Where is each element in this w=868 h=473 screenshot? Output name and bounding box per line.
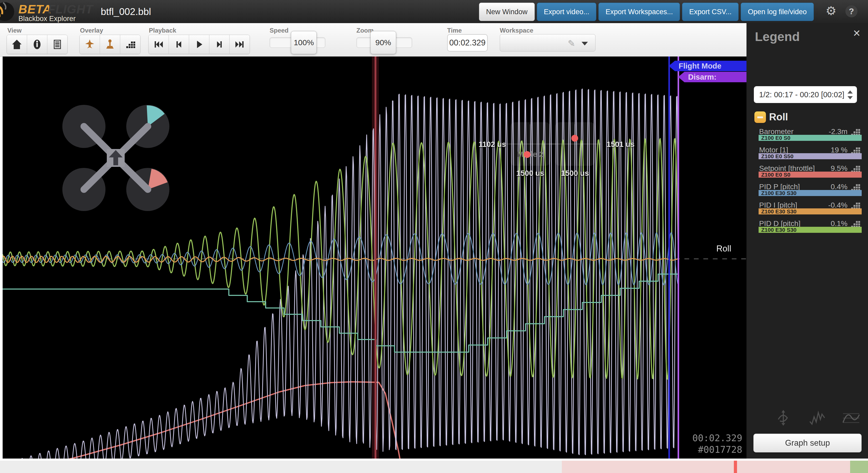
header-bar: BETA FLIGHT Blackbox Explorer btfl_002.b… bbox=[0, 0, 868, 23]
jump-end-button[interactable] bbox=[229, 35, 250, 54]
right-stick-value: 1501 us bbox=[607, 140, 634, 149]
list-icon bbox=[52, 39, 63, 50]
speed-slider-handle[interactable]: 100% bbox=[291, 31, 317, 54]
skip-end-icon bbox=[234, 39, 245, 50]
logo-beta: BETA bbox=[19, 2, 52, 16]
open-log-button[interactable]: Open log file/video bbox=[741, 3, 814, 21]
workspace-select[interactable]: ✎ bbox=[500, 34, 595, 52]
sticks-joystick-icon bbox=[104, 39, 116, 50]
right-stick-crosshair-h bbox=[549, 144, 601, 144]
view-group-label: View bbox=[7, 27, 22, 34]
disarm-event-badge: Disarm: SWITCH bbox=[678, 72, 746, 82]
seekbar-tail-range[interactable] bbox=[850, 461, 868, 473]
zoom-slider-handle[interactable]: 90% bbox=[370, 31, 396, 54]
jump-start-button[interactable] bbox=[149, 35, 169, 54]
playback-button-group bbox=[148, 35, 250, 54]
speed-slider[interactable]: 100% bbox=[270, 37, 326, 48]
right-stick-bottom-value: 1500 us bbox=[555, 169, 595, 178]
analyser-overlay-button[interactable] bbox=[120, 35, 140, 54]
zoom-slider[interactable]: 90% bbox=[356, 37, 412, 48]
left-stick-crosshair-h bbox=[504, 144, 556, 144]
expo-curve-icon[interactable] bbox=[842, 409, 860, 427]
header-buttons: New Window Export video... Export Worksp… bbox=[479, 3, 814, 21]
log-info-button[interactable] bbox=[27, 35, 48, 54]
left-stick-position-dot bbox=[524, 151, 530, 158]
log-graph-area[interactable]: Mode 2 1102 us 1501 us 1500 us 1500 us F… bbox=[3, 57, 746, 459]
betaflight-bee-logo bbox=[0, 1, 19, 23]
analyser-icon bbox=[124, 39, 136, 50]
sticks-overlay-button[interactable] bbox=[100, 35, 120, 54]
info-icon bbox=[31, 39, 43, 50]
right-stick-position-dot bbox=[571, 135, 578, 142]
left-stick-bottom-value: 1500 us bbox=[510, 169, 550, 178]
zoom-vertical-icon[interactable] bbox=[775, 409, 793, 427]
minus-icon bbox=[757, 116, 763, 118]
seekbar-selection-range[interactable] bbox=[562, 461, 850, 473]
roll-group-label: Roll bbox=[769, 111, 788, 123]
time-input[interactable]: 00:02.329 bbox=[447, 34, 488, 52]
play-icon bbox=[193, 39, 205, 50]
next-frame-button[interactable] bbox=[209, 35, 229, 54]
view-button-group bbox=[7, 35, 68, 54]
time-frame-readout: 00:02.329 #0017728 bbox=[692, 432, 742, 455]
logo-flight: FLIGHT bbox=[48, 2, 93, 16]
graph-setup-button[interactable]: Graph setup bbox=[753, 434, 862, 452]
legend-title: Legend bbox=[755, 29, 800, 44]
export-video-button[interactable]: Export video... bbox=[537, 3, 596, 21]
export-csv-button[interactable]: Export CSV... bbox=[682, 3, 739, 21]
workspace-label: Workspace bbox=[500, 27, 533, 34]
export-workspaces-button[interactable]: Export Workspaces... bbox=[598, 3, 680, 21]
smoothing-icon[interactable] bbox=[808, 409, 827, 427]
craft-overlay-button[interactable] bbox=[80, 35, 100, 54]
flight-mode-change-badge: Flight Mode Change bbox=[669, 61, 746, 71]
workspace-caret-icon bbox=[582, 42, 588, 45]
settings-gear-icon[interactable]: ⚙ bbox=[826, 4, 836, 18]
play-button[interactable] bbox=[189, 35, 209, 54]
toolbar: View Overlay bbox=[0, 23, 746, 57]
log-range-spinner-down[interactable] bbox=[847, 96, 853, 99]
home-button[interactable] bbox=[7, 35, 27, 54]
help-icon[interactable]: ? bbox=[845, 5, 858, 18]
roll-group-collapse-toggle[interactable] bbox=[754, 111, 766, 123]
craft-view-overlay bbox=[3, 57, 213, 227]
seekbar[interactable] bbox=[0, 461, 868, 473]
log-range-value: 1/2: 00:17 - 00:20 [00:02] bbox=[759, 91, 844, 99]
overlay-group-label: Overlay bbox=[80, 27, 103, 34]
workspace-edit-pencil-icon[interactable]: ✎ bbox=[568, 38, 576, 48]
next-frame-icon bbox=[214, 39, 225, 50]
log-range-select[interactable]: 1/2: 00:17 - 00:20 [00:02] bbox=[754, 86, 857, 103]
new-window-button[interactable]: New Window bbox=[479, 3, 535, 21]
readout-frame: #0017728 bbox=[692, 444, 742, 455]
readout-time: 00:02.329 bbox=[692, 432, 742, 444]
logo-subtitle: Blackbox Explorer bbox=[19, 15, 76, 23]
skip-start-icon bbox=[153, 39, 164, 50]
prev-frame-icon bbox=[173, 39, 185, 50]
open-file-title: btfl_002.bbl bbox=[101, 6, 151, 18]
left-stick-value: 1102 us bbox=[468, 140, 506, 149]
overlay-button-group bbox=[80, 35, 141, 54]
roll-axis-label: Roll bbox=[716, 244, 731, 254]
craft-plane-icon bbox=[84, 39, 95, 50]
speed-label: Speed bbox=[270, 27, 288, 34]
log-list-button[interactable] bbox=[48, 35, 67, 54]
blackbox-explorer-app: BETA FLIGHT Blackbox Explorer btfl_002.b… bbox=[0, 0, 868, 473]
home-icon bbox=[11, 39, 23, 50]
playback-group-label: Playback bbox=[149, 27, 176, 34]
seekbar-position-marker[interactable] bbox=[734, 461, 737, 473]
log-range-spinner-up[interactable] bbox=[847, 91, 853, 94]
time-label: Time bbox=[447, 27, 462, 34]
legend-close-icon[interactable]: ✕ bbox=[853, 28, 861, 39]
prev-frame-button[interactable] bbox=[169, 35, 189, 54]
legend-panel: ✕ Legend 1/2: 00:17 - 00:20 [00:02] Roll… bbox=[746, 23, 868, 459]
right-stick-crosshair-v bbox=[575, 124, 575, 164]
